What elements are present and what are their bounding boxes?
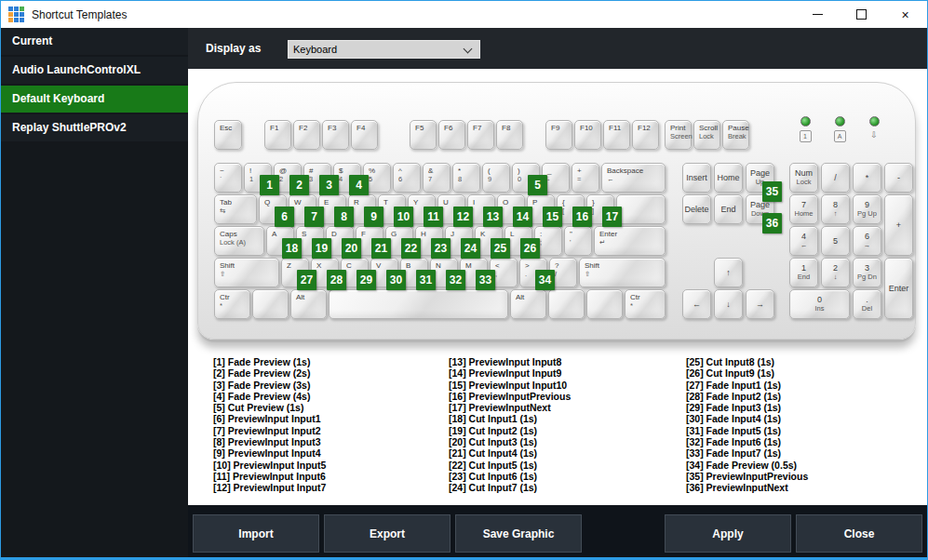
key-equals[interactable]: += [572, 163, 599, 193]
shortcut-badge-11: 11 [424, 207, 443, 227]
key-home[interactable]: Home [714, 163, 743, 193]
led-dot-icon [869, 116, 880, 127]
key-f11[interactable]: F11 [603, 120, 630, 150]
key-delete[interactable]: Delete [682, 194, 711, 224]
key-np-3[interactable]: 3Pg Dn [853, 258, 881, 287]
key-esc[interactable]: Esc [214, 120, 242, 150]
key-alt-left[interactable]: Alt [290, 289, 327, 319]
save-graphic-button[interactable]: Save Graphic [455, 514, 582, 553]
chevron-down-icon [464, 46, 472, 53]
key-np-minus[interactable]: - [884, 163, 913, 193]
shortcut-item: [25] Cut Input8 (1s) [686, 356, 919, 367]
display-as-select[interactable]: Keyboard [288, 40, 480, 59]
key-scroll-lock[interactable]: ScrollLock [693, 120, 720, 150]
num-lock-led: 1 [798, 116, 813, 142]
key-print-screen[interactable]: PrintScreen [665, 120, 692, 150]
key-backtick[interactable]: ~` [214, 163, 242, 193]
close-button[interactable]: × [883, 1, 927, 28]
key-backspace[interactable]: Backspace← [601, 163, 666, 193]
apply-button[interactable]: Apply [665, 514, 791, 553]
key-f2[interactable]: F2 [293, 120, 320, 150]
key-np-7[interactable]: 7Home [789, 194, 818, 224]
shortcut-item: [32] Fade Input6 (1s) [686, 436, 919, 447]
key-f4[interactable]: F4 [351, 120, 378, 150]
key-f3[interactable]: F3 [322, 120, 349, 150]
key-np-multiply[interactable]: * [853, 163, 881, 193]
key-ctrl-right[interactable]: Ctr* [625, 289, 666, 319]
key-arrow-right[interactable]: → [746, 289, 774, 319]
keyboard-graphic: EscF1F2F3F4F5F6F7F8F9F10F11F12PrintScree… [197, 82, 916, 340]
shortcut-item: [30] Fade Input4 (1s) [686, 413, 919, 424]
main-panel: Display as Keyboard EscF1F2F3F4F5F6F7F8F… [188, 28, 927, 558]
key-caps-lock[interactable]: CapsLock (A) [214, 226, 264, 256]
shortcut-badge-23: 23 [431, 238, 451, 259]
key-np-8[interactable]: 8↑ [821, 194, 850, 224]
shortcut-item: [11] PreviewInput Input6 [213, 471, 446, 482]
key-f6[interactable]: F6 [438, 120, 465, 150]
sidebar-item-default-keyboard[interactable]: Default Keyboard [1, 86, 188, 113]
key-np-dot[interactable]: .Del [853, 289, 881, 319]
key-f12[interactable]: F12 [632, 120, 659, 150]
key-shift-right[interactable]: Shift⇧ [579, 258, 666, 287]
minimize-button[interactable] [796, 1, 840, 28]
key-arrow-down[interactable]: ↓ [714, 289, 743, 319]
export-button[interactable]: Export [324, 514, 451, 553]
shortcut-badge-3: 3 [319, 175, 339, 195]
key-win-left[interactable] [252, 289, 289, 319]
maximize-button[interactable] [840, 1, 883, 28]
key-np-9[interactable]: 9Pg Up [853, 194, 881, 224]
key-space[interactable] [329, 289, 508, 319]
key-f7[interactable]: F7 [467, 120, 494, 150]
key-ctrl-left[interactable]: Ctr* [214, 289, 250, 319]
caps-lock-led: A [832, 116, 847, 142]
key-f8[interactable]: F8 [496, 120, 523, 150]
close-button[interactable]: Close [796, 514, 922, 553]
content-area: EscF1F2F3F4F5F6F7F8F9F10F11F12PrintScree… [188, 69, 927, 505]
key-pause-break[interactable]: PauseBreak [722, 120, 749, 150]
topbar: Display as Keyboard [188, 28, 927, 69]
key-menu[interactable] [586, 289, 623, 319]
key-9[interactable]: (9 [482, 163, 510, 193]
key-6[interactable]: ^6 [393, 163, 421, 193]
key-f9[interactable]: F9 [545, 120, 572, 150]
key-tab[interactable]: Tab⇆ [214, 194, 257, 224]
key-num-lock[interactable]: NumLock [789, 163, 818, 193]
key-7[interactable]: &7 [423, 163, 451, 193]
key-end[interactable]: End [714, 194, 743, 224]
sidebar-item-current[interactable]: Current [1, 28, 188, 55]
sidebar-item-replay-shuttleprov2[interactable]: Replay ShuttlePROv2 [1, 114, 188, 141]
key-enter[interactable]: Enter↵ [594, 226, 666, 256]
key-blank[interactable] [616, 194, 666, 224]
minimize-icon [813, 14, 823, 15]
shortcut-badge-5: 5 [528, 175, 547, 195]
sidebar-item-audio-launchcontrolxl[interactable]: Audio LaunchControlXL [1, 57, 188, 84]
key-np-4[interactable]: 4← [789, 226, 818, 256]
key-insert[interactable]: Insert [682, 163, 711, 193]
key-arrow-up[interactable]: ↑ [714, 258, 743, 287]
import-button[interactable]: Import [193, 514, 319, 553]
key-f1[interactable]: F1 [264, 120, 291, 150]
key-np-plus[interactable]: + [884, 194, 913, 256]
led-dot-icon [835, 116, 845, 127]
shortcut-col-2: [13] PreviewInput Input8[14] PreviewInpu… [449, 356, 681, 494]
key-np-divide[interactable]: / [821, 163, 850, 193]
key-np-6[interactable]: 6→ [853, 226, 881, 256]
key-np-0[interactable]: 0Ins [789, 289, 850, 319]
key-arrow-left[interactable]: ← [682, 289, 711, 319]
key-f10[interactable]: F10 [574, 120, 601, 150]
shortcut-badge-15: 15 [543, 207, 562, 227]
window-body: CurrentAudio LaunchControlXLDefault Keyb… [1, 28, 927, 558]
key-win-right[interactable] [548, 289, 585, 319]
key-alt-right[interactable]: Alt [510, 289, 546, 319]
shortcut-badge-10: 10 [394, 207, 413, 227]
key-np-5[interactable]: 5 [821, 226, 850, 256]
key-np-enter[interactable]: Enter [884, 258, 913, 319]
shortcut-item: [19] Cut Input2 (1s) [449, 425, 681, 436]
shortcut-item: [34] Fade Preview (0.5s) [686, 460, 919, 471]
key-quote[interactable]: "' [564, 226, 592, 256]
key-np-1[interactable]: 1End [789, 258, 818, 287]
key-f5[interactable]: F5 [410, 120, 437, 150]
key-shift-left[interactable]: Shift⇧ [214, 258, 279, 287]
key-8[interactable]: *8 [452, 163, 480, 193]
key-np-2[interactable]: 2↓ [821, 258, 850, 287]
